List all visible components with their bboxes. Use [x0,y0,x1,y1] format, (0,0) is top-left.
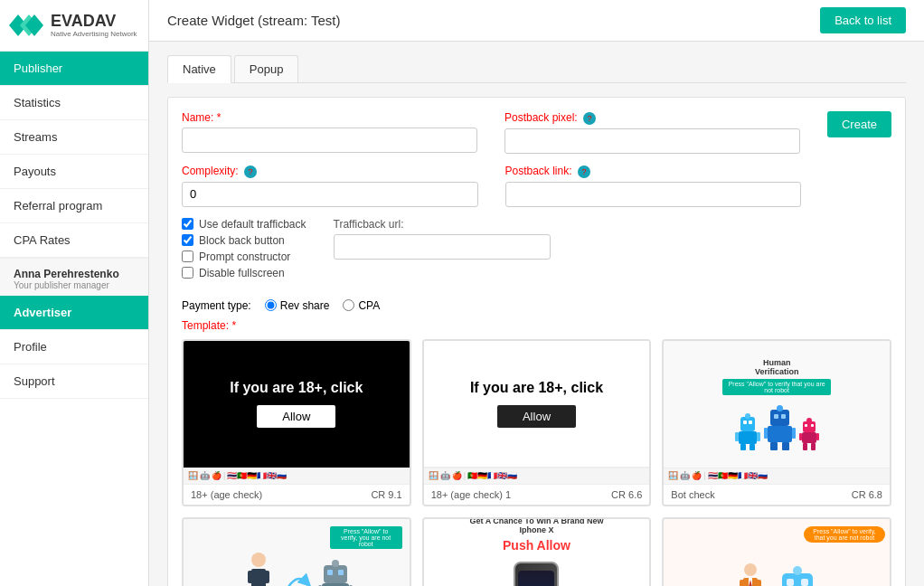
trafficback-url-group: Trafficback url: [334,218,891,290]
sidebar-item-referral[interactable]: Referral program [0,189,148,223]
icons-strip-3: 🪟 🤖 🍎 | 🇹🇭🇵🇹🇩🇪🇫🇷🇬🇧🇷🇺 [664,468,890,484]
sidebar-item-advertiser[interactable]: Advertiser [0,296,148,330]
svg-rect-37 [327,570,333,575]
payment-cpa-radio[interactable] [343,299,354,311]
sidebar-item-support[interactable]: Support [0,364,148,399]
robot-2 [764,401,796,450]
robot-bot2-svg [318,556,353,586]
postback-link-label: Postback link: ? [505,165,802,178]
arrow-svg [284,569,311,586]
template-cr-3: CR 6.8 [852,489,882,500]
template-name-3: Bot check [671,489,714,500]
form-section: Name: * Postback pixel: ? Create [167,97,906,586]
svg-rect-3 [740,417,755,431]
manager-role: Your publisher manager [14,280,135,290]
payment-type-label: Payment type: [182,299,251,312]
sidebar-item-cpa-rates[interactable]: CPA Rates [0,223,148,258]
template-card-win-iphone[interactable]: Get A Chance To Win A Brand New Iphone X… [422,517,652,586]
checkbox-default-trafficback-input[interactable] [182,218,193,230]
iphone-screen [518,571,554,586]
svg-rect-36 [324,565,347,583]
postback-pixel-help-icon[interactable]: ? [583,112,596,125]
template-card-age-check-white[interactable]: If you are 18+, click Allow 🪟 🤖 🍎 | 🇵🇹🇩🇪… [422,339,652,506]
payment-revshare-label[interactable]: Rev share [265,299,330,312]
push-allow-text: Push Allow [503,538,570,553]
template-grid: If you are 18+, click Allow 🪟 🤖 🍎 | 🇹🇭🇵🇹… [182,339,891,586]
checkbox-prompt-constructor: Prompt constructor [182,250,306,263]
svg-rect-16 [764,428,768,439]
payment-revshare-radio[interactable] [265,299,277,311]
apple-icon-2: 🍎 [452,471,462,480]
checkbox-prompt-constructor-input[interactable] [182,250,193,262]
payment-cpa-text: CPA [358,299,380,312]
robot-3 [799,416,819,450]
checkbox-disable-fullscreen-label: Disable fullscreen [199,267,285,279]
blue-robot-svg: VERIFICATION [775,560,820,586]
checkboxes-group: Use default trafficback Block back butto… [182,218,306,283]
android-icon-2: 🤖 [440,471,450,480]
win-iphone-title: Get A Chance To Win A Brand New Iphone X [468,519,604,535]
template-card-bot-check-2[interactable]: Press "Allow" to verify, you are not rob… [182,517,411,586]
bot-check-2-banner: Press "Allow" to verify, you are not rob… [330,526,402,549]
checkbox-block-back-button-input[interactable] [182,234,193,246]
template-cr-2: CR 6.6 [611,489,642,500]
back-to-list-button[interactable]: Back to list [820,7,906,33]
logo: EVADAV Native Advertising Network [0,0,148,52]
trafficback-url-input[interactable] [334,234,551,260]
svg-rect-27 [803,443,807,450]
postback-link-help-icon[interactable]: ? [578,165,590,178]
windows-icon-1: 🪟 [188,471,198,480]
svg-rect-20 [777,405,783,411]
template-card-age-check-black[interactable]: If you are 18+, click Allow 🪟 🤖 🍎 | 🇹🇭🇵🇹… [182,339,411,506]
sidebar-item-statistics[interactable]: Statistics [0,86,148,120]
sidebar-item-payouts[interactable]: Payouts [0,155,148,189]
bot-check-banner: Press "Allow" to verify that you are not… [722,379,831,395]
checkbox-block-back-button: Block back button [182,234,306,247]
business-person-svg [733,562,768,586]
icons-strip-1: 🪟 🤖 🍎 | 🇹🇭🇵🇹🇩🇪🇫🇷🇬🇧🇷🇺 [184,468,410,484]
complexity-label: Complexity: ? [182,165,478,178]
svg-rect-61 [793,566,802,575]
postback-link-input[interactable] [505,182,802,207]
template-main-text-1: If you are 18+, click [230,380,363,396]
postback-pixel-input[interactable] [504,128,800,154]
svg-rect-19 [782,442,789,450]
manager-name: Anna Perehrestenko [14,268,135,280]
checkbox-disable-fullscreen-input[interactable] [182,267,193,279]
main-content: Create Widget (stream: Test) Back to lis… [149,0,924,586]
iphone-image [514,562,559,586]
checkbox-prompt-constructor-label: Prompt constructor [199,250,290,263]
checkbox-default-trafficback-label: Use default trafficback [199,218,306,231]
template-card-bot-check[interactable]: HumanVerification Press "Allow" to verif… [662,339,891,506]
payment-cpa-label[interactable]: CPA [343,299,380,312]
name-input[interactable] [182,128,477,153]
tab-popup[interactable]: Popup [234,55,299,82]
tab-native[interactable]: Native [167,55,231,83]
template-cr-1: CR 9.1 [371,489,401,500]
svg-rect-38 [338,570,344,575]
form-row-2: Complexity: ? Postback link: ? [182,165,891,207]
char-illustration [240,551,353,586]
svg-point-30 [251,553,266,567]
create-button[interactable]: Create [827,111,891,137]
content-area: Native Popup Name: * Postback pixel: ? [149,42,924,586]
svg-rect-5 [749,421,752,424]
svg-rect-32 [248,571,255,583]
template-preview-2: If you are 18+, click Allow [424,341,650,468]
android-icon-1: 🤖 [200,471,210,480]
svg-rect-6 [739,431,757,444]
svg-rect-4 [743,421,747,424]
sidebar-item-streams[interactable]: Streams [0,120,148,155]
template-allow-btn-2: Allow [497,405,576,428]
sidebar-item-profile[interactable]: Profile [0,330,148,364]
checkbox-block-back-button-label: Block back button [199,234,285,247]
complexity-help-icon[interactable]: ? [244,165,257,178]
sidebar-item-publisher[interactable]: Publisher [0,52,148,86]
checkbox-default-trafficback: Use default trafficback [182,218,306,231]
bot-robots [735,401,819,450]
svg-rect-48 [754,580,761,586]
template-card-bot-check-3[interactable]: Press "Allow" to verify, that you are no… [662,517,891,586]
sidebar: EVADAV Native Advertising Network Publis… [0,0,149,586]
complexity-input[interactable] [182,182,478,207]
svg-rect-29 [806,418,812,423]
